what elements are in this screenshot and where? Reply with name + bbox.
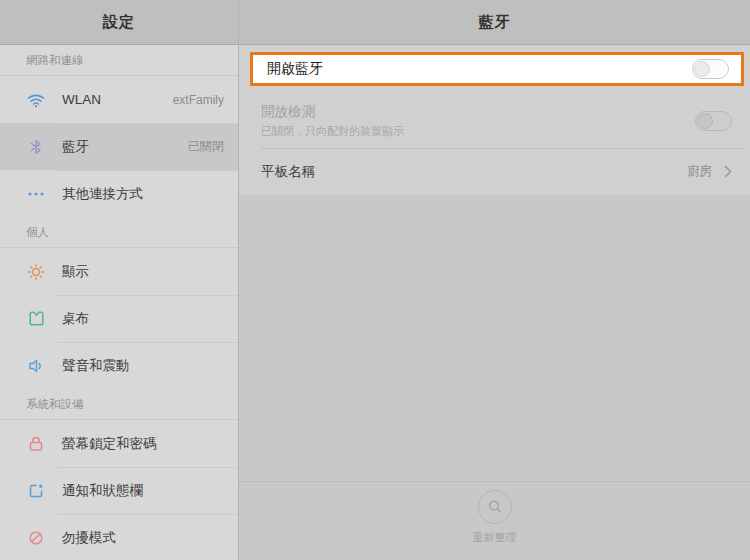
page-title: 藍牙 [239,0,750,45]
settings-app: 設定 網路和連線 WLAN extFamily 藍牙 已關閉 [0,0,750,560]
refresh-icon [486,498,504,516]
wallpaper-icon [26,309,46,329]
bluetooth-panel: 藍牙 開啟藍牙 開放檢測 已關閉，只向配對的裝置顯示 平板名稱 廚房 [239,0,750,560]
section-system-label: 系統和設備 [0,388,238,420]
sidebar-item-label: 通知和狀態欄 [62,482,224,500]
chevron-right-icon [724,165,732,178]
display-icon [26,262,46,282]
sidebar-item-label: 其他連接方式 [62,185,224,203]
bluetooth-settings-group: 開啟藍牙 開放檢測 已關閉，只向配對的裝置顯示 平板名稱 廚房 [239,45,750,195]
sidebar-item-label: 聲音和震動 [62,357,224,375]
discoverable-subtitle: 已關閉，只向配對的裝置顯示 [261,124,695,139]
refresh-button[interactable] [478,490,512,524]
dnd-icon [26,528,46,548]
sidebar-item-display[interactable]: 顯示 [0,248,238,295]
sidebar: 設定 網路和連線 WLAN extFamily 藍牙 已關閉 [0,0,239,560]
panel-empty-area: 重新整理 [239,195,750,560]
sidebar-item-wlan[interactable]: WLAN extFamily [0,76,238,123]
sidebar-item-label: 藍牙 [62,138,188,156]
sidebar-item-label: 桌布 [62,310,224,328]
sidebar-item-value: 已關閉 [188,138,224,155]
refresh-label: 重新整理 [473,530,517,545]
wifi-icon [26,90,46,110]
sidebar-title: 設定 [0,0,238,45]
section-network-label: 網路和連線 [0,45,238,76]
sidebar-item-value: extFamily [173,93,224,107]
bluetooth-enable-row[interactable]: 開啟藍牙 [250,52,744,86]
lock-icon [26,434,46,454]
device-name-value: 廚房 [687,163,712,180]
discoverable-label: 開放檢測 [261,103,695,121]
toggle-knob [694,61,710,77]
sidebar-item-bluetooth[interactable]: 藍牙 已關閉 [0,123,238,170]
sidebar-item-label: WLAN [62,92,173,107]
bluetooth-toggle[interactable] [692,59,729,79]
refresh-bar: 重新整理 [239,481,750,560]
sidebar-item-label: 螢幕鎖定和密碼 [62,435,224,453]
sidebar-item-dnd[interactable]: 勿擾模式 [0,514,238,560]
sidebar-item-other-connections[interactable]: 其他連接方式 [0,170,238,217]
device-name-label: 平板名稱 [261,163,687,181]
sidebar-item-label: 勿擾模式 [62,529,224,547]
sidebar-item-notifications[interactable]: 通知和狀態欄 [0,467,238,514]
discoverable-toggle [695,111,732,131]
more-connections-icon [26,184,46,204]
discoverable-row: 開放檢測 已關閉，只向配對的裝置顯示 [239,94,750,148]
bluetooth-icon [26,137,46,157]
sound-icon [26,356,46,376]
sidebar-item-sound[interactable]: 聲音和震動 [0,342,238,389]
toggle-knob [697,113,713,129]
device-name-row[interactable]: 平板名稱 廚房 [239,149,750,194]
sidebar-item-label: 顯示 [62,263,224,281]
bluetooth-enable-label: 開啟藍牙 [267,60,692,78]
sidebar-item-wallpaper[interactable]: 桌布 [0,295,238,342]
section-personal-label: 個人 [0,216,238,248]
sidebar-item-lockscreen[interactable]: 螢幕鎖定和密碼 [0,420,238,467]
notifications-icon [26,481,46,501]
